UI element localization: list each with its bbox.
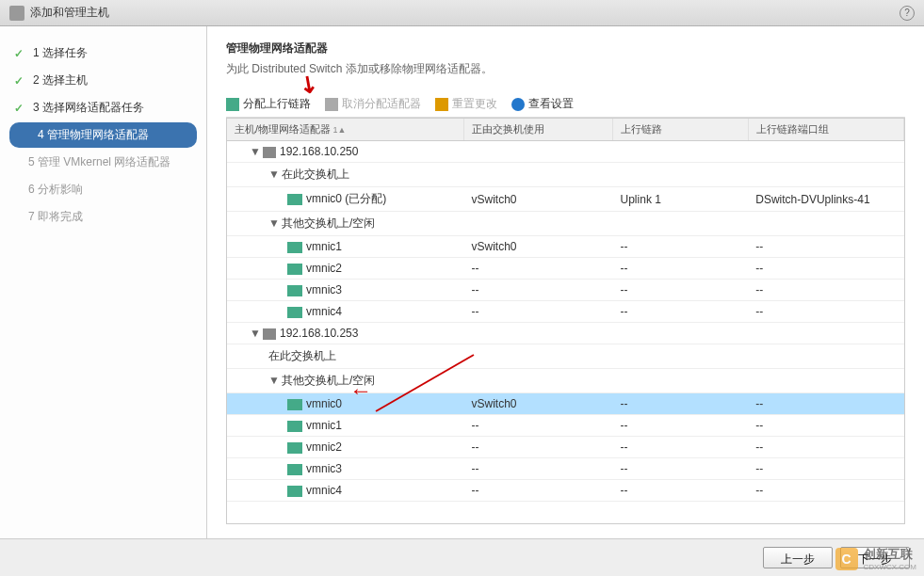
expand-toggle[interactable]: ▼: [268, 216, 278, 230]
watermark: C 创新互联 CDXWCX.COM: [835, 546, 916, 571]
row-label: vmnic3: [306, 462, 342, 475]
cell-uplink: [613, 212, 749, 236]
assign-icon: [226, 98, 239, 111]
wizard-step-2[interactable]: ✓2 选择主机: [0, 68, 206, 93]
check-icon: ✓: [14, 74, 25, 88]
cell-inuse: vSwitch0: [463, 187, 612, 212]
cell-inuse: [463, 369, 612, 393]
table-row[interactable]: vmnic2------: [227, 437, 904, 458]
view-settings-button[interactable]: 查看设置: [511, 96, 574, 112]
cell-uplink: [613, 163, 749, 187]
row-label: vmnic0: [306, 397, 342, 410]
table-row[interactable]: ▼192.168.10.250: [227, 141, 904, 163]
cell-uplink: --: [613, 236, 749, 258]
content-desc: 为此 Distributed Switch 添加或移除物理网络适配器。: [226, 61, 905, 77]
table-row[interactable]: ▼在此交换机上: [227, 163, 904, 187]
col-inuse[interactable]: 正由交换机使用: [463, 119, 612, 141]
cell-inuse: --: [463, 437, 612, 458]
cell-pg: [748, 163, 903, 187]
row-label: vmnic4: [306, 305, 342, 318]
row-label: 其他交换机上/空闲: [282, 374, 375, 387]
nic-icon: [287, 442, 302, 454]
unassign-icon: [325, 98, 338, 111]
row-label: vmnic3: [306, 283, 342, 296]
step-label: 3 选择网络适配器任务: [33, 100, 144, 116]
expand-toggle[interactable]: ▼: [268, 168, 278, 181]
table-row[interactable]: vmnic4------: [227, 480, 904, 502]
adapter-table-wrap: ← 主机/物理网络适配器 正由交换机使用 上行链路 上行链路端口组 ▼192.1…: [226, 118, 905, 524]
cell-inuse: --: [463, 480, 612, 502]
cell-pg: --: [748, 280, 903, 301]
step-label: 7 即将完成: [28, 209, 83, 225]
prev-button[interactable]: 上一步: [763, 547, 833, 568]
wizard-step-4[interactable]: 4 管理物理网络适配器: [9, 122, 197, 148]
nic-icon: [287, 486, 302, 497]
cell-uplink: --: [613, 280, 749, 301]
row-label: 在此交换机上: [268, 349, 336, 362]
cell-pg: [748, 323, 903, 344]
table-row[interactable]: vmnic3------: [227, 280, 904, 301]
col-portgroup[interactable]: 上行链路端口组: [748, 119, 903, 141]
wizard-step-1[interactable]: ✓1 选择任务: [0, 40, 206, 66]
titlebar: 添加和管理主机 ?: [0, 0, 924, 26]
expand-toggle[interactable]: ▼: [250, 327, 259, 340]
cell-pg: --: [748, 393, 903, 415]
expand-toggle[interactable]: ▼: [250, 145, 259, 158]
info-icon: [511, 98, 525, 111]
window-title: 添加和管理主机: [30, 5, 109, 21]
wizard-step-3[interactable]: ✓3 选择网络适配器任务: [0, 95, 206, 120]
table-row[interactable]: vmnic1------: [227, 415, 904, 437]
table-row[interactable]: vmnic0 (已分配)vSwitch0Uplink 1DSwitch-DVUp…: [227, 187, 904, 212]
wizard-step-5: 5 管理 VMkernel 网络适配器: [0, 150, 206, 175]
step-label: 5 管理 VMkernel 网络适配器: [28, 154, 170, 170]
cell-inuse: [463, 212, 612, 236]
reset-changes-button[interactable]: 重置更改: [435, 96, 497, 112]
row-label: vmnic2: [306, 440, 342, 454]
row-label: vmnic1: [306, 240, 342, 253]
table-row[interactable]: vmnic2------: [227, 258, 904, 280]
table-row[interactable]: ▼192.168.10.253: [227, 323, 904, 344]
cell-pg: --: [748, 480, 903, 502]
toolbar: ↘ 分配上行链路 取消分配适配器 重置更改 查看设置: [226, 91, 905, 118]
table-row[interactable]: vmnic3------: [227, 458, 904, 480]
step-label: 2 选择主机: [33, 72, 88, 88]
table-row[interactable]: ▼其他交换机上/空闲: [227, 212, 904, 236]
cell-uplink: [613, 369, 749, 393]
table-row[interactable]: vmnic1vSwitch0----: [227, 236, 904, 258]
nic-icon: [287, 285, 302, 296]
cell-uplink: --: [613, 437, 749, 458]
check-icon: ✓: [14, 47, 25, 60]
cell-pg: --: [748, 301, 903, 323]
watermark-sub: CDXWCX.COM: [864, 563, 916, 571]
table-row[interactable]: vmnic4------: [227, 301, 904, 323]
cell-inuse: [463, 141, 612, 163]
row-label: 192.168.10.250: [280, 145, 358, 158]
row-label: vmnic2: [306, 262, 342, 275]
cell-pg: [748, 344, 903, 369]
assign-uplink-button[interactable]: 分配上行链路: [226, 96, 311, 112]
nic-icon: [287, 399, 302, 410]
table-row[interactable]: vmnic0vSwitch0----: [227, 393, 904, 415]
table-row[interactable]: 在此交换机上: [227, 344, 904, 369]
row-label: 192.168.10.253: [280, 327, 358, 340]
col-adapter[interactable]: 主机/物理网络适配器: [227, 119, 463, 141]
col-uplink[interactable]: 上行链路: [613, 119, 749, 141]
cell-inuse: vSwitch0: [463, 393, 612, 415]
step-label: 4 管理物理网络适配器: [38, 127, 149, 143]
cell-pg: --: [748, 458, 903, 480]
cell-pg: DSwitch-DVUplinks-41: [748, 187, 903, 212]
row-label: vmnic1: [306, 419, 342, 432]
unassign-adapter-button[interactable]: 取消分配适配器: [325, 96, 421, 112]
cell-pg: [748, 212, 903, 236]
help-icon[interactable]: ?: [900, 6, 915, 21]
cell-pg: --: [748, 236, 903, 258]
cell-uplink: --: [613, 415, 749, 437]
cell-uplink: --: [613, 258, 749, 280]
table-row[interactable]: ▼其他交换机上/空闲: [227, 369, 904, 393]
expand-toggle[interactable]: ▼: [268, 374, 278, 387]
cell-inuse: --: [463, 280, 612, 301]
cell-pg: [748, 141, 903, 163]
cell-uplink: --: [613, 458, 749, 480]
cell-uplink: --: [613, 393, 749, 415]
cell-uplink: --: [613, 480, 749, 502]
